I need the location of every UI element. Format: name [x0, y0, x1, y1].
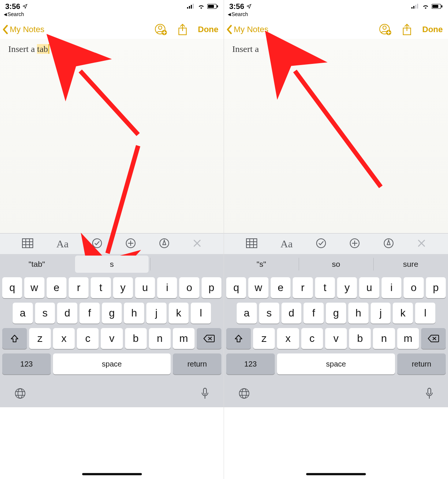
key-z[interactable]: z: [29, 328, 51, 349]
done-button[interactable]: Done: [422, 25, 443, 34]
back-button[interactable]: My Notes: [2, 25, 44, 34]
back-to-app[interactable]: ◀ Search: [224, 11, 448, 19]
key-d[interactable]: d: [281, 303, 302, 324]
key-e[interactable]: e: [47, 277, 66, 298]
key-k[interactable]: k: [393, 303, 413, 324]
checklist-icon[interactable]: [316, 238, 326, 250]
key-c[interactable]: c: [77, 328, 99, 349]
key-i[interactable]: i: [157, 277, 177, 298]
note-editor[interactable]: Insert as: [224, 39, 448, 233]
key-g[interactable]: g: [326, 303, 346, 324]
key-space[interactable]: space: [277, 353, 395, 374]
key-p[interactable]: p: [202, 277, 221, 298]
key-h[interactable]: h: [348, 303, 368, 324]
key-s[interactable]: s: [35, 303, 55, 324]
key-w[interactable]: w: [248, 277, 268, 298]
key-g[interactable]: g: [102, 303, 122, 324]
key-shift[interactable]: [2, 328, 27, 349]
suggestion-3[interactable]: [150, 254, 224, 274]
suggestion-2[interactable]: s: [75, 256, 149, 273]
suggestion-3[interactable]: sure: [373, 254, 448, 274]
key-h[interactable]: h: [124, 303, 144, 324]
key-l[interactable]: l: [191, 303, 211, 324]
key-o[interactable]: o: [404, 277, 423, 298]
key-r[interactable]: r: [69, 277, 88, 298]
key-u[interactable]: u: [135, 277, 155, 298]
key-backspace[interactable]: [197, 328, 221, 349]
key-j[interactable]: j: [371, 303, 391, 324]
back-to-app[interactable]: ◀ Search: [0, 11, 224, 19]
key-f[interactable]: f: [304, 303, 324, 324]
key-f[interactable]: f: [80, 303, 100, 324]
share-button[interactable]: [176, 23, 189, 36]
key-x[interactable]: x: [53, 328, 75, 349]
key-a[interactable]: a: [13, 303, 33, 324]
suggestion-1[interactable]: "tab": [0, 254, 74, 274]
key-m[interactable]: m: [173, 328, 195, 349]
home-indicator[interactable]: [82, 473, 142, 475]
home-indicator[interactable]: [306, 473, 366, 475]
globe-button[interactable]: [14, 387, 26, 401]
key-w[interactable]: w: [24, 277, 44, 298]
key-r[interactable]: r: [293, 277, 312, 298]
add-circle-icon[interactable]: [125, 238, 136, 250]
key-q[interactable]: q: [226, 277, 246, 298]
collaborate-button[interactable]: [379, 23, 392, 36]
key-e[interactable]: e: [271, 277, 290, 298]
key-numeric[interactable]: 123: [226, 353, 275, 374]
key-p[interactable]: p: [426, 277, 446, 298]
note-editor[interactable]: Insert a tab: [0, 39, 224, 233]
close-icon[interactable]: [417, 239, 426, 249]
suggestion-1[interactable]: "s": [224, 254, 299, 274]
key-u[interactable]: u: [359, 277, 379, 298]
key-x[interactable]: x: [277, 328, 299, 349]
key-o[interactable]: o: [179, 277, 199, 298]
key-return[interactable]: return: [173, 353, 221, 374]
key-shift[interactable]: [226, 328, 251, 349]
dictation-button[interactable]: [425, 387, 434, 401]
key-z[interactable]: z: [253, 328, 275, 349]
key-return[interactable]: return: [397, 353, 446, 374]
globe-button[interactable]: [238, 387, 250, 401]
table-icon[interactable]: [22, 238, 33, 250]
markup-icon[interactable]: [159, 238, 169, 250]
checklist-icon[interactable]: [92, 238, 102, 250]
key-b[interactable]: b: [125, 328, 147, 349]
key-l[interactable]: l: [415, 303, 435, 324]
key-n[interactable]: n: [373, 328, 395, 349]
key-t[interactable]: t: [91, 277, 111, 298]
key-n[interactable]: n: [149, 328, 171, 349]
share-icon: [402, 24, 412, 35]
key-v[interactable]: v: [325, 328, 347, 349]
text-format-icon[interactable]: Aa: [280, 238, 293, 250]
key-k[interactable]: k: [169, 303, 189, 324]
text-format-icon[interactable]: Aa: [56, 238, 69, 250]
done-button[interactable]: Done: [198, 25, 218, 34]
key-backspace[interactable]: [421, 328, 446, 349]
status-bar: 3:56: [0, 0, 224, 11]
key-i[interactable]: i: [382, 277, 401, 298]
back-button[interactable]: My Notes: [226, 25, 268, 34]
share-button[interactable]: [401, 23, 413, 36]
close-icon[interactable]: [193, 239, 202, 249]
key-c[interactable]: c: [301, 328, 323, 349]
collaborate-button[interactable]: [155, 23, 167, 36]
markup-icon[interactable]: [383, 238, 394, 250]
key-numeric[interactable]: 123: [2, 353, 51, 374]
key-y[interactable]: y: [113, 277, 133, 298]
key-j[interactable]: j: [146, 303, 167, 324]
dictation-button[interactable]: [200, 387, 209, 401]
key-y[interactable]: y: [337, 277, 357, 298]
add-circle-icon[interactable]: [349, 238, 360, 250]
key-t[interactable]: t: [315, 277, 335, 298]
key-v[interactable]: v: [101, 328, 122, 349]
key-a[interactable]: a: [237, 303, 257, 324]
key-space[interactable]: space: [53, 353, 171, 374]
key-s[interactable]: s: [259, 303, 279, 324]
suggestion-2[interactable]: so: [299, 254, 373, 274]
key-q[interactable]: q: [2, 277, 22, 298]
key-d[interactable]: d: [57, 303, 77, 324]
key-b[interactable]: b: [349, 328, 371, 349]
key-m[interactable]: m: [397, 328, 419, 349]
table-icon[interactable]: [246, 238, 257, 250]
